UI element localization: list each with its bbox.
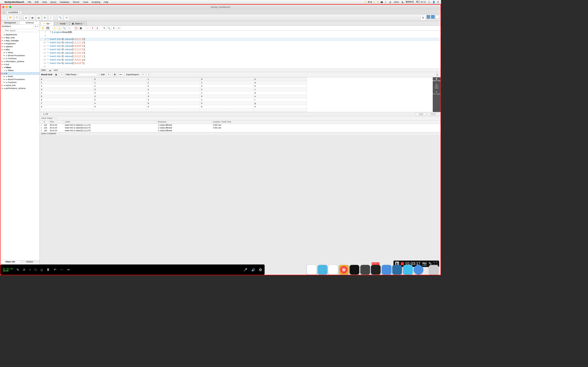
toggle-output-button[interactable] xyxy=(435,15,439,19)
dock-app-tools[interactable] xyxy=(382,265,391,275)
output-row[interactable]: ●12420:41:44insert into t1 values(1,1,1,… xyxy=(40,124,441,127)
menu-scripting[interactable]: Scripting xyxy=(92,1,100,3)
delete-row-button[interactable]: ➖ xyxy=(119,73,123,77)
tree-node[interactable]: ▶▸salaries xyxy=(0,45,40,48)
close-icon[interactable]: × xyxy=(66,23,67,25)
object-info-tab[interactable]: Object Info xyxy=(0,260,20,264)
stop-button[interactable]: ⦸ xyxy=(67,26,71,30)
rail-more-icon[interactable]: ⌄ xyxy=(436,97,437,99)
menu-database[interactable]: Database xyxy=(60,1,69,3)
export-button[interactable]: ⇪ xyxy=(141,73,145,77)
editor-tab-luban[interactable]: ▦luban.t1× xyxy=(69,22,86,25)
dock-app-safari[interactable] xyxy=(414,265,423,275)
add-row-button[interactable]: ➕ xyxy=(112,73,117,77)
import-button[interactable]: ⇩ xyxy=(147,73,151,77)
menu-edit[interactable]: Edit xyxy=(35,1,39,3)
output-row[interactable]: ●12620:41:44insert into t1 values(2,2,2,… xyxy=(40,129,441,132)
menu-view[interactable]: View xyxy=(42,1,47,3)
more-icon[interactable]: ⋯ xyxy=(60,268,63,272)
tree-node[interactable]: ▶▸Functions xyxy=(0,57,40,60)
tree-node[interactable]: ▶▸Functions xyxy=(0,81,40,84)
clock[interactable]: 周三 21:11 xyxy=(416,0,426,3)
pen-tool-icon[interactable]: ✎ xyxy=(17,268,19,272)
output-label[interactable]: Action Output xyxy=(41,117,52,119)
tree-node[interactable]: ▶▸mycat_test xyxy=(0,84,40,87)
session-tab[interactable]: Session xyxy=(20,260,40,264)
user-icon[interactable]: 👤 xyxy=(432,1,435,3)
bluetooth-icon[interactable]: ᚼ xyxy=(377,1,379,3)
limit-rows-button[interactable]: ▦ xyxy=(79,26,83,30)
beautify-button[interactable]: ✎ xyxy=(102,26,106,30)
tree-node[interactable]: ▶▸performance_schema xyxy=(0,87,40,90)
explain-button[interactable]: 🔍 xyxy=(62,26,66,30)
rect-tool-icon[interactable]: □ xyxy=(35,268,36,271)
undo-icon[interactable]: ↶ xyxy=(54,268,57,272)
open-sql-button[interactable]: 📂 xyxy=(8,15,13,20)
zoom-window-icon[interactable] xyxy=(9,6,11,8)
result-tab[interactable]: t1 103 xyxy=(41,112,50,116)
toggle-invisible-button[interactable]: ¶ xyxy=(112,26,116,30)
save-button[interactable]: 💾 xyxy=(46,26,50,30)
create-func-button[interactable]: ƒ xyxy=(48,15,54,20)
schema-filter-input[interactable] xyxy=(1,29,39,32)
toggle-panel-button[interactable]: ◫ xyxy=(435,73,439,77)
home-tab-icon[interactable]: ⌂ xyxy=(2,10,6,14)
dock-app-terminal[interactable] xyxy=(350,265,359,275)
schema-tree[interactable]: ▸departments▶▸dept_emp▶▸dept_manager▶▸em… xyxy=(0,33,40,260)
toggle-sidebar-button[interactable] xyxy=(426,15,431,19)
menu-file[interactable]: File xyxy=(27,1,31,3)
zoom-stepper-icon[interactable]: ▴▾ xyxy=(49,69,51,72)
tree-node[interactable]: ▶▸dept_emp xyxy=(0,36,40,39)
spotlight-icon[interactable]: 🔍 xyxy=(428,1,431,3)
dock-app-1[interactable] xyxy=(307,265,317,275)
dock-app-play[interactable] xyxy=(403,265,413,275)
dock-app-chrome[interactable] xyxy=(339,265,349,275)
circle-tool-icon[interactable]: ○ xyxy=(29,268,31,271)
speaker-icon[interactable]: 🔊 xyxy=(251,268,255,272)
output-rows[interactable]: ●12420:41:44insert into t1 values(1,1,1,… xyxy=(40,124,441,132)
new-sql-tab-button[interactable]: 📄 xyxy=(2,15,7,20)
output-row[interactable]: ●12520:41:44insert into t1 values(8,8,8,… xyxy=(40,127,441,129)
wrap-button[interactable]: ↩ xyxy=(117,26,121,30)
tree-node[interactable]: ▸departments xyxy=(0,33,40,36)
toggle-autocommit-button[interactable]: 🚫 xyxy=(74,26,78,30)
annotation-toolbar[interactable]: 01:03:50 ✎ A ○ □ ◇ 🗑 ↶ ⋯ ✂ 🎤 🔊 ⏻ xyxy=(0,265,265,275)
create-schema-button[interactable]: ⊕ xyxy=(24,15,29,20)
execute-current-button[interactable]: ⚡̲ xyxy=(57,26,61,30)
dock-trash-icon[interactable] xyxy=(429,265,439,275)
rail-result-grid[interactable]: ▦Result Grid xyxy=(433,78,441,81)
management-tab[interactable]: Management xyxy=(0,21,20,25)
revert-button[interactable]: Revert xyxy=(428,112,439,116)
connection-tab[interactable]: Local3306 × xyxy=(6,10,22,14)
search-table-button[interactable]: 🔍 xyxy=(58,15,63,20)
menu-query[interactable]: Query xyxy=(50,1,57,3)
create-table-button[interactable]: ▦ xyxy=(30,15,35,20)
schemas-tab[interactable]: Schemas xyxy=(20,21,40,25)
create-proc-button[interactable]: ⚙ xyxy=(42,15,48,20)
wifi-icon[interactable]: ᯤ xyxy=(385,1,387,3)
dock-app-2[interactable] xyxy=(318,265,327,275)
menu-server[interactable]: Server xyxy=(73,1,79,3)
close-window-icon[interactable] xyxy=(2,6,4,8)
tree-node[interactable]: ▶▸Views xyxy=(0,51,40,54)
tree-node[interactable]: ▶▸Views xyxy=(0,75,40,78)
zoom-level[interactable]: 100% xyxy=(41,69,46,71)
editor-tab-mysql[interactable]: ⚡mysql× xyxy=(54,22,69,25)
ime-label[interactable]: 搜狗拼音 xyxy=(406,0,414,3)
text-tool-icon[interactable]: A xyxy=(23,268,25,271)
mic-icon[interactable]: 🎤 xyxy=(243,268,247,272)
rollback-button[interactable]: ✗ xyxy=(90,26,95,30)
dropdown-icon[interactable]: ⌃⌄ xyxy=(54,117,57,119)
dock-app-workbench[interactable] xyxy=(392,265,402,275)
preferences-button[interactable]: ⚙ xyxy=(421,15,426,20)
power-icon[interactable]: ⏻ xyxy=(259,268,262,271)
minimize-window-icon[interactable] xyxy=(6,6,8,8)
volume-icon[interactable]: 🔊 xyxy=(389,1,392,3)
edit-row-button[interactable]: ✎ xyxy=(107,73,111,77)
tree-node[interactable]: ▼▸luban xyxy=(0,66,40,69)
dock-app-sublime[interactable] xyxy=(360,265,370,275)
dock-app-recorder[interactable]: 01:03:17 xyxy=(371,265,380,275)
trash-icon[interactable]: 🗑 xyxy=(47,268,50,271)
reconnect-button[interactable]: ⟲ xyxy=(64,15,69,20)
execute-button[interactable]: ⚡ xyxy=(52,26,57,30)
